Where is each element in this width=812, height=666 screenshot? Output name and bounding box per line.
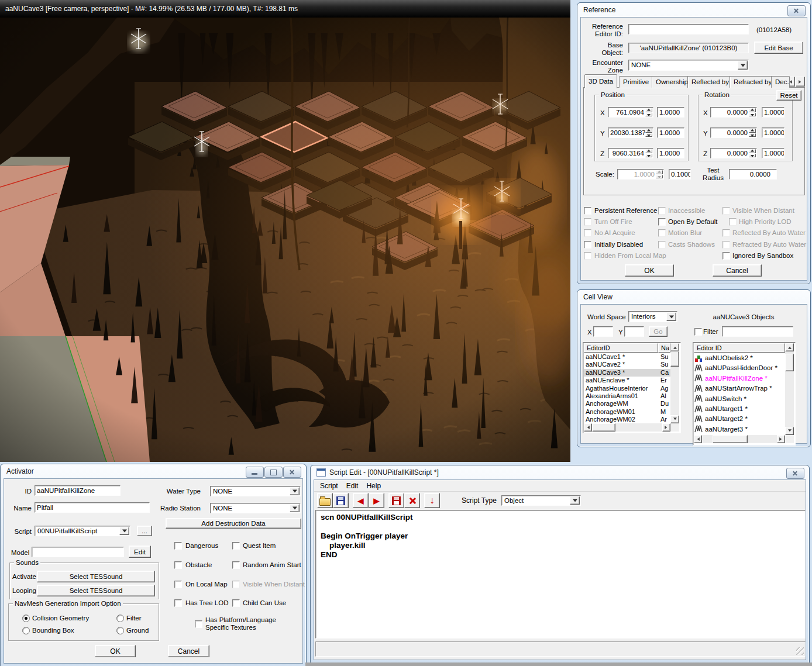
chevron-down-icon[interactable]: [738, 61, 748, 70]
pos-x-field[interactable]: 761.0904: [608, 107, 653, 118]
cell-list[interactable]: EditorID Na aaNUCave1 *Su aaNUCave2 *Su …: [583, 342, 681, 433]
column-header-editorid[interactable]: EditorID: [584, 343, 658, 353]
reference-titlebar[interactable]: Reference: [577, 3, 810, 17]
cell-row[interactable]: AgathasHouseInteriorAg: [584, 385, 670, 392]
chevron-down-icon[interactable]: [290, 504, 300, 512]
horizontal-scrollbar[interactable]: [694, 435, 785, 443]
close-icon[interactable]: [786, 468, 804, 479]
tab-scroll-right-icon[interactable]: [796, 77, 805, 87]
pos-z-field[interactable]: 9060.3164: [608, 148, 653, 158]
spinner[interactable]: [645, 149, 652, 157]
id-field[interactable]: aaNUPitfallKillZone: [35, 485, 121, 496]
model-edit-button[interactable]: Edit: [129, 546, 151, 558]
scroll-left-icon[interactable]: [584, 423, 592, 432]
close-icon[interactable]: [787, 5, 806, 16]
random-anim-start-checkbox[interactable]: [232, 561, 240, 569]
has-tree-lod-checkbox[interactable]: [174, 599, 182, 607]
encounter-zone-dropdown[interactable]: NONE: [628, 60, 749, 71]
obstacle-checkbox[interactable]: [174, 561, 182, 569]
cell-row[interactable]: AnchorageWMDu: [584, 400, 670, 408]
next-script-button[interactable]: ▶: [369, 493, 384, 508]
looping-sound-button[interactable]: Select TESSound: [37, 585, 155, 596]
scroll-down-icon[interactable]: [670, 415, 679, 423]
cancel-button[interactable]: Cancel: [168, 645, 209, 657]
spinner[interactable]: [749, 108, 756, 116]
model-field[interactable]: [32, 547, 124, 557]
platform-textures-checkbox[interactable]: [195, 620, 202, 628]
cell-row[interactable]: AnchorageWM01M: [584, 408, 670, 416]
cell-row[interactable]: AnchorageWM02Ar: [584, 416, 670, 423]
object-row[interactable]: aaNUPassHiddenDoor *: [694, 363, 785, 373]
y-field[interactable]: [624, 326, 644, 337]
scroll-down-icon[interactable]: [785, 427, 794, 435]
ignored-by-sandbox-checkbox[interactable]: [722, 252, 730, 260]
close-icon[interactable]: [283, 467, 301, 478]
column-header-name[interactable]: Na: [658, 343, 670, 353]
rot-x-snap-field[interactable]: 1.0000: [762, 107, 785, 118]
maximize-icon[interactable]: [264, 467, 283, 478]
pos-y-field[interactable]: 20030.1387: [608, 127, 653, 138]
export-script-button[interactable]: ↓: [424, 493, 440, 508]
spinner[interactable]: [645, 108, 652, 116]
scrollbar-thumb[interactable]: [592, 423, 615, 432]
ok-button[interactable]: OK: [625, 264, 674, 277]
delete-script-button[interactable]: [404, 493, 420, 508]
rot-y-field[interactable]: 0.0000: [710, 127, 757, 138]
object-row[interactable]: aaNUObelisk2 *: [694, 353, 785, 363]
reset-button[interactable]: Reset: [776, 90, 801, 101]
world-space-dropdown[interactable]: Interiors: [628, 311, 677, 322]
chevron-down-icon[interactable]: [666, 312, 676, 321]
chevron-down-icon[interactable]: [290, 487, 300, 495]
activate-sound-button[interactable]: Select TESSound: [37, 571, 155, 582]
open-script-button[interactable]: [317, 493, 333, 508]
script-edit-titlebar[interactable]: Script Edit - [00NUPitfallKillScript *]: [311, 465, 809, 479]
scroll-left-icon[interactable]: [694, 435, 702, 443]
object-list[interactable]: Editor ID aaNUObelisk2 * aaNUPassHiddenD…: [693, 342, 796, 446]
pos-x-snap-field[interactable]: 1.0000: [657, 107, 684, 118]
menu-edit[interactable]: Edit: [342, 481, 363, 491]
object-row[interactable]: aaNUStartArrowTrap *: [694, 384, 785, 394]
cell-row-selected[interactable]: aaNUCave3 *Ca: [584, 369, 670, 377]
ok-button[interactable]: OK: [95, 645, 136, 657]
scroll-up-icon[interactable]: [785, 343, 794, 351]
reference-editor-id-field[interactable]: [628, 24, 749, 34]
edit-base-button[interactable]: Edit Base: [754, 42, 803, 54]
scale-snap-field[interactable]: 0.1000: [669, 169, 691, 180]
resize-grip[interactable]: [796, 647, 804, 655]
pos-y-snap-field[interactable]: 1.0000: [657, 127, 684, 138]
tab-dec[interactable]: Dec.: [771, 76, 790, 88]
filter-field[interactable]: [722, 326, 793, 337]
scroll-up-icon[interactable]: [670, 343, 679, 351]
menu-help[interactable]: Help: [362, 481, 385, 491]
cell-row[interactable]: aaNUCave2 *Su: [584, 361, 670, 368]
recompile-all-button[interactable]: [388, 493, 404, 508]
on-local-map-checkbox[interactable]: [174, 581, 182, 588]
object-row[interactable]: aaNUtarget3 *: [694, 425, 785, 434]
previous-script-button[interactable]: ◀: [353, 493, 369, 508]
rot-x-field[interactable]: 0.0000: [710, 107, 757, 118]
minimize-icon[interactable]: [246, 467, 264, 478]
initially-disabled-checkbox[interactable]: [584, 241, 591, 249]
tab-primitive[interactable]: Primitive: [619, 76, 653, 88]
tab-refracted-by[interactable]: Refracted by: [730, 76, 776, 88]
object-row[interactable]: aaNUtarget2 *: [694, 414, 785, 424]
quest-item-checkbox[interactable]: [232, 542, 240, 550]
rot-z-field[interactable]: 0.0000: [710, 148, 757, 158]
pos-z-snap-field[interactable]: 1.0000: [657, 148, 684, 158]
viewport-3d[interactable]: [0, 18, 570, 462]
test-radius-field[interactable]: 0.0000: [729, 169, 777, 180]
rot-y-snap-field[interactable]: 1.0000: [762, 127, 785, 138]
cancel-button[interactable]: Cancel: [713, 264, 762, 277]
scrollbar-thumb[interactable]: [713, 435, 748, 443]
name-field[interactable]: Pitfall: [35, 502, 150, 513]
column-header-editor-id[interactable]: Editor ID: [694, 343, 785, 353]
vertical-scrollbar[interactable]: [670, 343, 679, 423]
spinner[interactable]: [749, 129, 756, 137]
scrollbar-thumb[interactable]: [785, 354, 794, 371]
object-row[interactable]: aaNUSwitch *: [694, 394, 785, 404]
script-text-area[interactable]: scn 00NUPitfallKillScript Begin OnTrigge…: [315, 510, 806, 639]
cell-view-titlebar[interactable]: Cell View: [577, 290, 810, 304]
scroll-right-icon[interactable]: [662, 423, 670, 432]
ground-radio[interactable]: [116, 627, 124, 634]
tab-3d-data[interactable]: 3D Data: [584, 74, 617, 88]
